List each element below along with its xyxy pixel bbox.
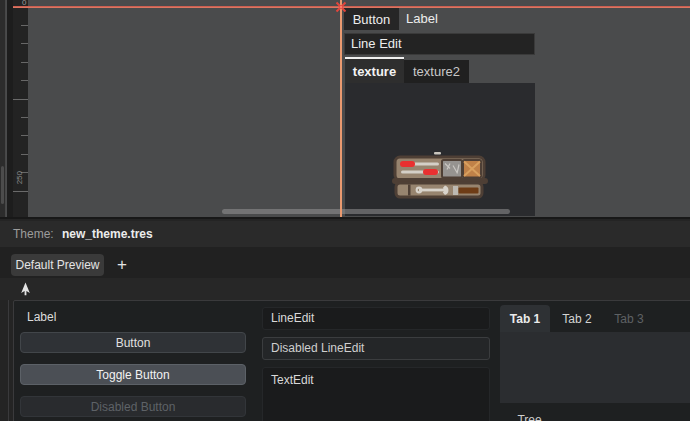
scene-tab-texture[interactable]: texture bbox=[345, 57, 404, 83]
ui-picker-button[interactable] bbox=[16, 280, 34, 298]
theme-preview-panel: Label Button Toggle Button Disabled Butt… bbox=[13, 300, 690, 421]
preview-disabled-lineedit: Disabled LineEdit bbox=[262, 337, 490, 360]
preview-textedit[interactable]: TextEdit bbox=[262, 367, 490, 421]
preview-tab-bar: Default Preview + bbox=[0, 247, 690, 278]
preview-lineedit[interactable]: LineEdit bbox=[262, 307, 490, 330]
theme-header-row: Theme: new_theme.tres bbox=[0, 221, 690, 247]
scene-label-node[interactable]: Label bbox=[406, 8, 438, 30]
dock-edge-strip bbox=[0, 0, 6, 217]
preview-tab-1[interactable]: Tab 1 bbox=[500, 305, 550, 332]
scene-button-node[interactable]: Button bbox=[344, 8, 399, 30]
scene-tab-texture2[interactable]: texture2 bbox=[404, 60, 469, 83]
ruler-label: 250 bbox=[15, 171, 24, 184]
chevron-down-icon: ⌄ bbox=[504, 415, 512, 421]
vertical-ruler: 250 bbox=[13, 0, 28, 217]
preview-tree-label: Tree bbox=[517, 413, 541, 421]
preview-disabled-button: Disabled Button bbox=[20, 396, 246, 417]
dock-edge-scrollbar[interactable] bbox=[1, 166, 4, 204]
preview-tab-content-panel bbox=[500, 332, 690, 403]
ruler-ticks bbox=[21, 25, 28, 195]
preview-tab-3: Tab 3 bbox=[604, 309, 654, 329]
toolbox-sprite[interactable] bbox=[392, 150, 488, 200]
theme-editor-panel: Theme: new_theme.tres Default Preview + … bbox=[0, 217, 690, 421]
canvas-viewport[interactable]: 250 0 Button Label Line Edit texture tex… bbox=[0, 0, 690, 217]
preview-label: Label bbox=[27, 310, 56, 324]
preview-tree-header[interactable]: ⌄ Tree bbox=[504, 413, 542, 421]
preview-toolbar bbox=[0, 278, 690, 300]
horizontal-guide-line[interactable] bbox=[13, 6, 690, 8]
tab-default-preview[interactable]: Default Preview bbox=[11, 254, 104, 276]
preview-scroll-gutter[interactable] bbox=[8, 300, 9, 421]
godot-editor-window: 250 0 Button Label Line Edit texture tex… bbox=[0, 0, 690, 421]
preview-tab-2[interactable]: Tab 2 bbox=[552, 309, 602, 329]
add-preview-button[interactable]: + bbox=[110, 254, 134, 276]
ruler-tick bbox=[13, 99, 28, 100]
theme-label: Theme: bbox=[13, 221, 54, 247]
theme-file-name: new_theme.tres bbox=[62, 221, 153, 247]
scene-lineedit-node[interactable]: Line Edit bbox=[344, 33, 535, 55]
viewport-horizontal-scrollbar[interactable] bbox=[222, 209, 510, 214]
ruler-tick bbox=[13, 191, 28, 192]
cursor-picker-icon bbox=[20, 282, 31, 296]
preview-toggle-button[interactable]: Toggle Button bbox=[20, 364, 246, 385]
pivot-cross-icon[interactable] bbox=[334, 0, 348, 14]
vertical-guide-line[interactable] bbox=[340, 0, 342, 217]
preview-button[interactable]: Button bbox=[20, 332, 246, 353]
